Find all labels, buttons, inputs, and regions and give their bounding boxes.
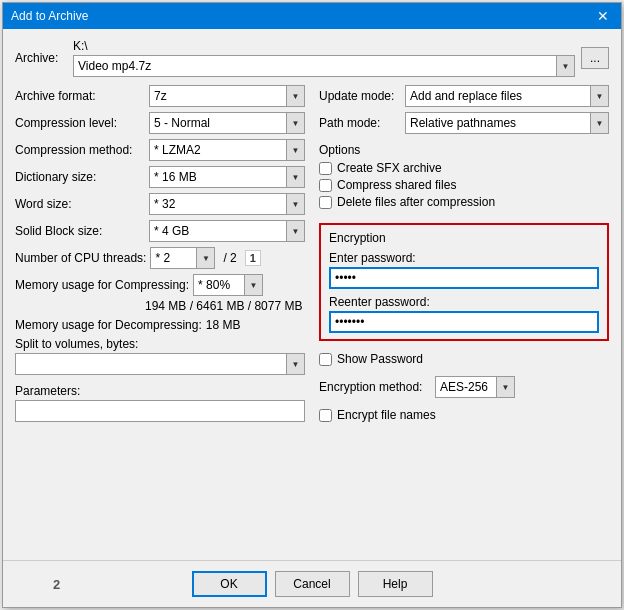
split-select[interactable] [15, 353, 305, 375]
compression-method-select[interactable]: * LZMA2 [149, 139, 305, 161]
solid-block-row: Solid Block size: * 4 GB ▼ [15, 220, 305, 242]
options-title: Options [319, 143, 609, 157]
compression-method-label: Compression method: [15, 143, 145, 157]
update-mode-row: Update mode: Add and replace files ▼ [319, 85, 609, 107]
delete-files-label: Delete files after compression [337, 195, 495, 209]
dictionary-size-label: Dictionary size: [15, 170, 145, 184]
split-row: Split to volumes, bytes: ▼ [15, 337, 305, 375]
word-size-row: Word size: * 32 ▼ [15, 193, 305, 215]
archive-filename-combo[interactable]: Video mp4.7z ▼ [73, 55, 575, 77]
path-mode-combo[interactable]: Relative pathnames ▼ [405, 112, 609, 134]
browse-button[interactable]: ... [581, 47, 609, 69]
create-sfx-label: Create SFX archive [337, 161, 442, 175]
update-mode-select[interactable]: Add and replace files [405, 85, 609, 107]
split-combo[interactable]: ▼ [15, 353, 305, 375]
path-mode-row: Path mode: Relative pathnames ▼ [319, 112, 609, 134]
params-input[interactable] [15, 400, 305, 422]
footer-badge: 2 [53, 577, 60, 592]
mem-decompress-row: Memory usage for Decompressing: 18 MB [15, 318, 305, 332]
mem-compress-combo[interactable]: * 80% ▼ [193, 274, 263, 296]
archive-format-select[interactable]: 7z [149, 85, 305, 107]
compress-shared-row: Compress shared files [319, 178, 609, 192]
close-button[interactable]: ✕ [593, 9, 613, 23]
mem-decompress-label: Memory usage for Decompressing: [15, 318, 202, 332]
reenter-password-input[interactable] [329, 311, 599, 333]
create-sfx-checkbox[interactable] [319, 162, 332, 175]
compression-level-combo[interactable]: 5 - Normal ▼ [149, 112, 305, 134]
dictionary-size-row: Dictionary size: * 16 MB ▼ [15, 166, 305, 188]
show-password-checkbox[interactable] [319, 353, 332, 366]
archive-row: Archive: K:\ Video mp4.7z ▼ ... [15, 39, 609, 77]
path-mode-label: Path mode: [319, 116, 399, 130]
cpu-threads-label: Number of CPU threads: [15, 251, 146, 265]
compression-level-row: Compression level: 5 - Normal ▼ [15, 112, 305, 134]
word-size-combo[interactable]: * 32 ▼ [149, 193, 305, 215]
mem-compress-label: Memory usage for Compressing: [15, 278, 189, 292]
show-password-row: Show Password [319, 352, 609, 366]
archive-filename-select[interactable]: Video mp4.7z [73, 55, 575, 77]
params-row: Parameters: [15, 384, 305, 422]
compress-shared-checkbox[interactable] [319, 179, 332, 192]
mem-compress-row: Memory usage for Compressing: * 80% ▼ 19… [15, 274, 305, 313]
compression-level-select[interactable]: 5 - Normal [149, 112, 305, 134]
cpu-badge: 1 [245, 250, 261, 266]
left-column: Archive format: 7z ▼ Compression level: … [15, 85, 305, 542]
mem-decompress-value: 18 MB [206, 318, 241, 332]
path-mode-select[interactable]: Relative pathnames [405, 112, 609, 134]
cpu-threads-select[interactable]: * 2 [150, 247, 215, 269]
delete-files-row: Delete files after compression [319, 195, 609, 209]
enc-method-select[interactable]: AES-256 [435, 376, 515, 398]
add-to-archive-dialog: Add to Archive ✕ Archive: K:\ Video mp4.… [2, 2, 622, 608]
show-password-label: Show Password [337, 352, 423, 366]
enc-method-label: Encryption method: [319, 380, 429, 394]
archive-format-label: Archive format: [15, 89, 145, 103]
cpu-threads-of: / 2 [223, 251, 236, 265]
archive-path-col: K:\ Video mp4.7z ▼ [73, 39, 575, 77]
archive-format-row: Archive format: 7z ▼ [15, 85, 305, 107]
mem-compress-inner: Memory usage for Compressing: * 80% ▼ [15, 274, 305, 296]
delete-files-checkbox[interactable] [319, 196, 332, 209]
dialog-body: Archive: K:\ Video mp4.7z ▼ ... Archive … [3, 29, 621, 552]
archive-label: Archive: [15, 51, 67, 65]
help-button[interactable]: Help [358, 571, 433, 597]
dictionary-size-combo[interactable]: * 16 MB ▼ [149, 166, 305, 188]
compression-method-combo[interactable]: * LZMA2 ▼ [149, 139, 305, 161]
encrypt-names-checkbox[interactable] [319, 409, 332, 422]
enc-names-row: Encrypt file names [319, 408, 609, 422]
mem-compress-value: 194 MB / 6461 MB / 8077 MB [15, 299, 305, 313]
solid-block-combo[interactable]: * 4 GB ▼ [149, 220, 305, 242]
ok-button[interactable]: OK [192, 571, 267, 597]
title-bar: Add to Archive ✕ [3, 3, 621, 29]
solid-block-label: Solid Block size: [15, 224, 145, 238]
dictionary-size-select[interactable]: * 16 MB [149, 166, 305, 188]
solid-block-select[interactable]: * 4 GB [149, 220, 305, 242]
options-group: Options Create SFX archive Compress shar… [319, 143, 609, 212]
enter-password-input[interactable] [329, 267, 599, 289]
encryption-group: Encryption Enter password: Reenter passw… [319, 223, 609, 341]
compress-shared-label: Compress shared files [337, 178, 456, 192]
dialog-footer: 2 OK Cancel Help [3, 560, 621, 607]
compression-method-row: Compression method: * LZMA2 ▼ [15, 139, 305, 161]
archive-path-text: K:\ [73, 39, 575, 53]
create-sfx-row: Create SFX archive [319, 161, 609, 175]
dialog-title: Add to Archive [11, 9, 88, 23]
compression-level-label: Compression level: [15, 116, 145, 130]
split-label: Split to volumes, bytes: [15, 337, 305, 351]
content-area: Archive format: 7z ▼ Compression level: … [15, 85, 609, 542]
right-column: Update mode: Add and replace files ▼ Pat… [319, 85, 609, 542]
update-mode-combo[interactable]: Add and replace files ▼ [405, 85, 609, 107]
enc-method-row: Encryption method: AES-256 ▼ [319, 376, 609, 398]
reenter-password-label: Reenter password: [329, 295, 599, 309]
encrypt-names-label: Encrypt file names [337, 408, 436, 422]
params-label: Parameters: [15, 384, 305, 398]
archive-format-combo[interactable]: 7z ▼ [149, 85, 305, 107]
update-mode-label: Update mode: [319, 89, 399, 103]
mem-compress-select[interactable]: * 80% [193, 274, 263, 296]
encryption-title: Encryption [329, 231, 599, 245]
cancel-button[interactable]: Cancel [275, 571, 350, 597]
enc-method-combo[interactable]: AES-256 ▼ [435, 376, 515, 398]
cpu-threads-combo[interactable]: * 2 ▼ [150, 247, 215, 269]
enter-password-label: Enter password: [329, 251, 599, 265]
word-size-select[interactable]: * 32 [149, 193, 305, 215]
cpu-threads-row: Number of CPU threads: * 2 ▼ / 2 1 [15, 247, 305, 269]
